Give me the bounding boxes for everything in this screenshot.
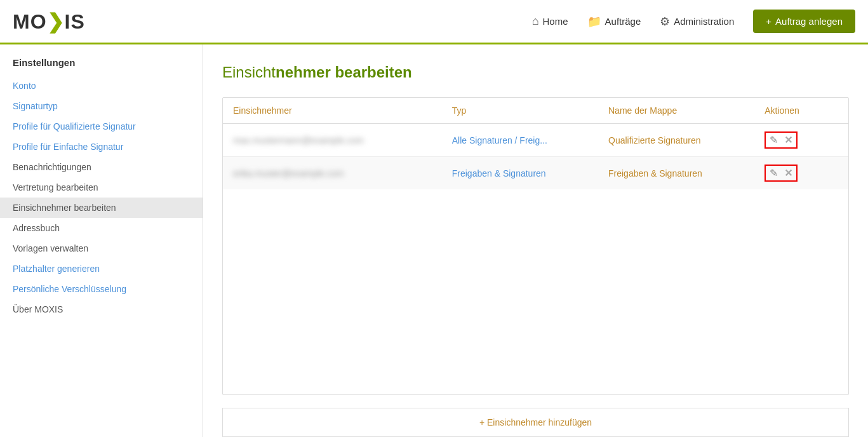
plus-icon: + — [766, 16, 771, 27]
sidebar-item-verschluesselung[interactable]: Persönliche Verschlüsselung — [0, 279, 203, 299]
cell-typ-2: Freigaben & Signaturen — [442, 157, 598, 190]
sidebar-item-vorlagen[interactable]: Vorlagen verwalten — [0, 238, 203, 259]
col-header-aktionen: Aktionen — [754, 98, 848, 124]
edit-icon-1[interactable]: ✎ — [770, 135, 778, 145]
page-title: Einsichtnehmer bearbeiten — [222, 64, 849, 81]
delete-icon-1[interactable]: ✕ — [784, 134, 792, 146]
add-einsichnehmer-label: + Einsichnehmer hinzufügen — [479, 417, 592, 427]
main-content: Einsichtnehmer bearbeiten Einsichnehmer … — [203, 44, 868, 437]
header: MO❯IS ⌂ Home 📁 Aufträge ⚙ Administration… — [0, 0, 868, 44]
col-header-einsichnehmer: Einsichnehmer — [223, 98, 442, 124]
sidebar-item-profile-qualifizierte[interactable]: Profile für Qualifizierte Signatur — [0, 116, 203, 137]
aktionen-box-2: ✎ ✕ — [765, 165, 798, 182]
sidebar-item-einsichnehmer[interactable]: Einsichnehmer bearbeiten — [0, 198, 203, 218]
cell-einsichnehmer-2: erika.muster@example.com — [223, 157, 442, 190]
sidebar-item-platzhalter[interactable]: Platzhalter generieren — [0, 259, 203, 279]
sidebar-item-adressbuch[interactable]: Adressbuch — [0, 218, 203, 238]
delete-icon-2[interactable]: ✕ — [784, 167, 792, 179]
page-layout: Einstellungen Konto Signaturtyp Profile … — [0, 44, 868, 437]
sidebar-item-vertretung[interactable]: Vertretung bearbeiten — [0, 177, 203, 198]
gear-icon: ⚙ — [660, 15, 670, 29]
create-order-label: Auftrag anlegen — [775, 16, 843, 27]
nav-home[interactable]: ⌂ Home — [532, 15, 568, 28]
sidebar-item-konto[interactable]: Konto — [0, 76, 203, 96]
sidebar-item-ueber[interactable]: Über MOXIS — [0, 299, 203, 319]
logo: MO❯IS — [13, 10, 85, 34]
folder-icon: 📁 — [587, 15, 601, 29]
main-nav: ⌂ Home 📁 Aufträge ⚙ Administration + Auf… — [532, 10, 855, 33]
cell-aktionen-1: ✎ ✕ — [754, 124, 848, 157]
table-row: erika.muster@example.com Freigaben & Sig… — [223, 157, 848, 190]
sidebar: Einstellungen Konto Signaturtyp Profile … — [0, 44, 203, 437]
table-header-row: Einsichnehmer Typ Name der Mappe Aktione… — [223, 98, 848, 124]
table-wrapper: Einsichnehmer Typ Name der Mappe Aktione… — [222, 97, 849, 395]
nav-administration-label: Administration — [674, 16, 734, 27]
cell-mappe-1: Qualifizierte Signaturen — [598, 124, 754, 157]
home-icon: ⌂ — [532, 15, 539, 28]
nav-home-label: Home — [543, 16, 568, 27]
nav-auftraege[interactable]: 📁 Aufträge — [587, 15, 641, 29]
sidebar-item-signaturtyp[interactable]: Signaturtyp — [0, 96, 203, 116]
table-row: max.mustermann@example.com Alle Signatur… — [223, 124, 848, 157]
einsichnehmer-table: Einsichnehmer Typ Name der Mappe Aktione… — [223, 98, 848, 189]
cell-mappe-2: Freigaben & Signaturen — [598, 157, 754, 190]
create-order-button[interactable]: + Auftrag anlegen — [753, 10, 855, 33]
cell-aktionen-2: ✎ ✕ — [754, 157, 848, 190]
nav-auftraege-label: Aufträge — [605, 16, 641, 27]
blurred-name-2: erika.muster@example.com — [233, 168, 344, 178]
sidebar-item-profile-einfache[interactable]: Profile für Einfache Signatur — [0, 137, 203, 157]
col-header-typ: Typ — [442, 98, 598, 124]
nav-administration[interactable]: ⚙ Administration — [660, 15, 734, 29]
sidebar-title: Einstellungen — [0, 57, 203, 76]
cell-einsichnehmer-1: max.mustermann@example.com — [223, 124, 442, 157]
blurred-name-1: max.mustermann@example.com — [233, 135, 364, 145]
col-header-mappe: Name der Mappe — [598, 98, 754, 124]
add-einsichnehmer-bar[interactable]: + Einsichnehmer hinzufügen — [222, 408, 849, 437]
edit-icon-2[interactable]: ✎ — [770, 168, 778, 178]
sidebar-item-benachrichtigungen[interactable]: Benachrichtigungen — [0, 157, 203, 177]
aktionen-box-1: ✎ ✕ — [765, 131, 798, 149]
logo-arrow: ❯ — [47, 10, 65, 33]
cell-typ-1: Alle Signaturen / Freig... — [442, 124, 598, 157]
